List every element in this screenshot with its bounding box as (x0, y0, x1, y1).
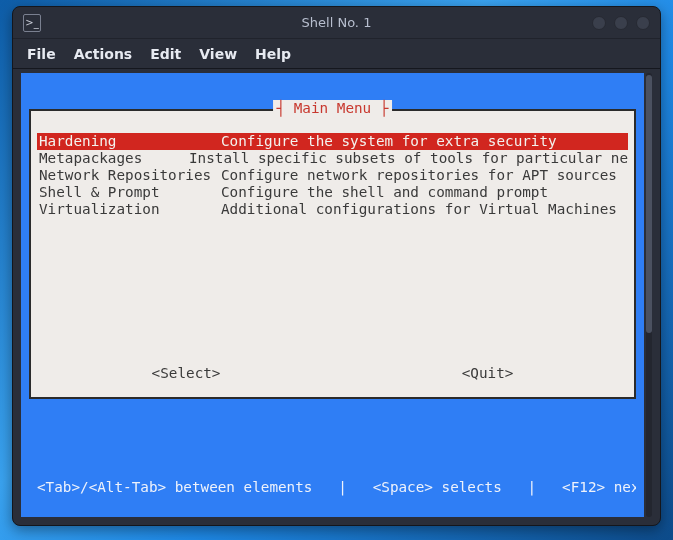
menu-item-desc: Configure network repositories for APT s… (221, 167, 628, 184)
menu-view[interactable]: View (199, 46, 237, 62)
menu-item-hardening[interactable]: Hardening Configure the system for extra… (37, 133, 628, 150)
menu-item-desc: Additional configurations for Virtual Ma… (221, 201, 628, 218)
menu-item-desc: Configure the shell and command prompt (221, 184, 628, 201)
menu-item-shell-prompt[interactable]: Shell & Prompt Configure the shell and c… (37, 184, 628, 201)
minimize-button[interactable] (592, 16, 606, 30)
menu-item-metapackages[interactable]: Metapackages Install specific subsets of… (37, 150, 628, 167)
window-title: Shell No. 1 (13, 15, 660, 30)
tui-back-gap (21, 399, 644, 419)
select-button[interactable]: <Select> (152, 365, 221, 381)
terminal-scrollbar[interactable] (646, 73, 652, 517)
menu-edit[interactable]: Edit (150, 46, 181, 62)
dialog-buttons: <Select> <Quit> (31, 365, 634, 381)
menu-list: Hardening Configure the system for extra… (37, 133, 628, 218)
app-terminal-icon: >_ (23, 14, 41, 32)
menubar: File Actions Edit View Help (13, 39, 660, 69)
menu-item-network-repositories[interactable]: Network Repositories Configure network r… (37, 167, 628, 184)
hint-text: <Tab>/<Alt-Tab> between elements | <Spac… (37, 479, 636, 495)
menu-file[interactable]: File (27, 46, 56, 62)
dialog-title: ┤ Main Menu ├ (273, 100, 393, 116)
terminal-viewport: ┤ Main Menu ├ Hardening Configure the sy… (13, 69, 660, 525)
maximize-button[interactable] (614, 16, 628, 30)
menu-item-name: Network Repositories (37, 167, 221, 184)
menu-item-name: Metapackages (37, 150, 189, 167)
hint-bar: <Tab>/<Alt-Tab> between elements | <Spac… (29, 419, 636, 501)
menu-item-name: Virtualization (37, 201, 221, 218)
menu-item-name: Shell & Prompt (37, 184, 221, 201)
main-menu-dialog: ┤ Main Menu ├ Hardening Configure the sy… (29, 109, 636, 399)
scrollbar-thumb[interactable] (646, 75, 652, 333)
terminal[interactable]: ┤ Main Menu ├ Hardening Configure the sy… (21, 73, 644, 517)
menu-item-desc: Configure the system for extra security (221, 133, 628, 150)
menu-actions[interactable]: Actions (74, 46, 133, 62)
menu-help[interactable]: Help (255, 46, 291, 62)
close-button[interactable] (636, 16, 650, 30)
menu-item-virtualization[interactable]: Virtualization Additional configurations… (37, 201, 628, 218)
quit-button[interactable]: <Quit> (462, 365, 514, 381)
window-controls (592, 16, 650, 30)
titlebar: >_ Shell No. 1 (13, 7, 660, 39)
menu-item-name: Hardening (37, 133, 221, 150)
terminal-window: >_ Shell No. 1 File Actions Edit View He… (12, 6, 661, 526)
menu-item-desc: Install specific subsets of tools for pa… (189, 150, 628, 167)
